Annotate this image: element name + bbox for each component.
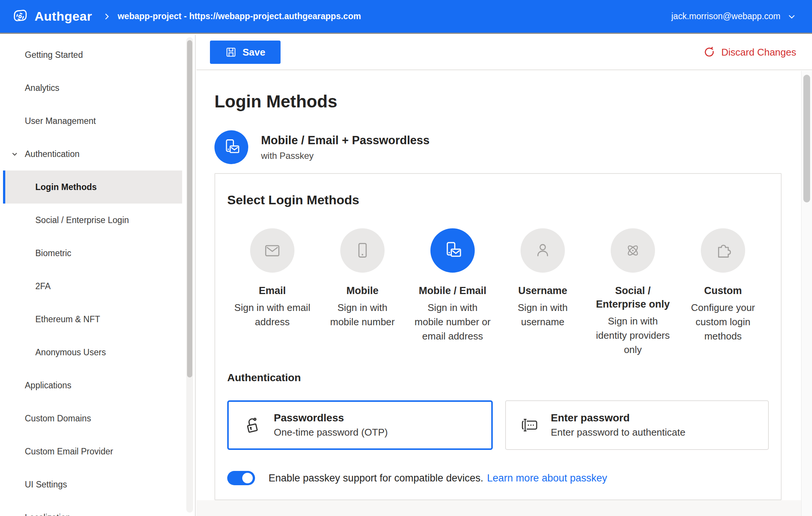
sidebar-item-custom-email-provider[interactable]: Custom Email Provider: [0, 435, 195, 468]
sidebar-item-label: Applications: [25, 380, 71, 391]
option-mobile-email[interactable]: Mobile / Email Sign in with mobile numbe…: [408, 228, 498, 357]
revert-icon: [703, 46, 715, 58]
sidebar-item-label: Login Methods: [35, 182, 97, 192]
toggle-knob: [242, 473, 253, 483]
identity-providers-icon: [611, 228, 655, 273]
discard-changes-button[interactable]: Discard Changes: [703, 46, 796, 58]
sidebar-item-localization[interactable]: Localization: [0, 501, 195, 516]
authgear-logo-icon: [11, 8, 29, 26]
option-mobile[interactable]: Mobile Sign in with mobile number: [317, 228, 408, 357]
option-label: Mobile / Email: [419, 284, 486, 297]
passkey-toggle-row: Enable passkey support for compatible de…: [227, 471, 769, 485]
sidebar-item-ui-settings[interactable]: UI Settings: [0, 468, 195, 501]
sidebar-item-login-methods[interactable]: Login Methods: [3, 170, 182, 204]
sidebar-scrollbar-track[interactable]: [186, 37, 193, 513]
option-label: Username: [518, 284, 567, 297]
discard-button-label: Discard Changes: [721, 47, 796, 58]
option-description: Sign in with username: [503, 300, 583, 329]
sidebar-item-anonymous-users[interactable]: Anonymous Users: [0, 336, 195, 369]
passkey-toggle[interactable]: [227, 471, 255, 485]
select-login-methods-heading: Select Login Methods: [227, 193, 769, 207]
sidebar-item-user-management[interactable]: User Management: [0, 104, 195, 137]
chevron-down-icon: [787, 12, 796, 21]
auth-option-title: Enter password: [551, 412, 685, 424]
option-description: Configure your custom login methods: [683, 300, 763, 343]
sidebar-item-label: UI Settings: [25, 480, 67, 490]
sidebar-item-2fa[interactable]: 2FA: [0, 270, 195, 303]
option-label: Social / Enterprise only: [593, 284, 673, 311]
option-description: Sign in with email address: [232, 300, 312, 329]
puzzle-icon: [701, 228, 745, 273]
auth-option-description: One-time password (OTP): [274, 427, 388, 438]
account-email: jack.morrison@webapp.com: [671, 11, 780, 21]
sidebar-item-authentication[interactable]: Authentication: [0, 137, 195, 170]
current-method-subtitle: with Passkey: [261, 151, 430, 161]
passwordless-option[interactable]: Passwordless One-time password (OTP): [227, 400, 493, 450]
sidebar-nav: Getting Started Analytics User Managemen…: [0, 35, 195, 516]
option-label: Email: [259, 284, 286, 297]
auth-option-text: Enter password Enter password to authent…: [551, 412, 685, 438]
sidebar-item-label: Custom Email Provider: [25, 447, 113, 457]
sidebar-item-label: Biometric: [35, 248, 71, 258]
option-social-enterprise[interactable]: Social / Enterprise only Sign in with id…: [588, 228, 678, 357]
sidebar-item-analytics[interactable]: Analytics: [0, 71, 195, 104]
option-custom[interactable]: Custom Configure your custom login metho…: [678, 228, 768, 357]
chevron-down-icon: [11, 150, 19, 158]
content-scroll-area: Login Methods Mobile / Email + Passwordl…: [196, 71, 801, 516]
option-description: Sign in with mobile number or email addr…: [412, 300, 493, 343]
sidebar-item-biometric[interactable]: Biometric: [0, 237, 195, 270]
sidebar-item-label: Social / Enterprise Login: [35, 215, 129, 225]
sidebar-item-applications[interactable]: Applications: [0, 369, 195, 402]
auth-option-title: Passwordless: [274, 412, 388, 424]
main-scrollbar-thumb[interactable]: [803, 75, 810, 202]
sidebar-item-getting-started[interactable]: Getting Started: [0, 38, 195, 71]
account-menu[interactable]: jack.morrison@webapp.com: [671, 11, 796, 21]
top-header: Authgear webapp-project - https://webapp…: [0, 0, 812, 34]
sidebar-item-ethereum-nft[interactable]: Ethereum & NFT: [0, 303, 195, 336]
option-email[interactable]: Email Sign in with email address: [227, 228, 317, 357]
save-button-label: Save: [243, 47, 266, 58]
brand-name: Authgear: [35, 9, 92, 24]
hero-text: Mobile / Email + Passwordless with Passk…: [261, 134, 430, 161]
sidebar-item-label: Localization: [25, 513, 70, 516]
project-breadcrumb[interactable]: webapp-project - https://webapp-project.…: [118, 11, 361, 21]
option-label: Custom: [704, 284, 742, 297]
authentication-heading: Authentication: [227, 372, 769, 384]
passkey-toggle-label: Enable passkey support for compatible de…: [269, 472, 483, 484]
sidebar-item-social-enterprise-login[interactable]: Social / Enterprise Login: [0, 204, 195, 237]
sidebar-item-label: Authentication: [25, 149, 80, 159]
unlocked-padlock-icon: [242, 415, 263, 435]
mobile-icon: [340, 228, 385, 273]
option-description: Sign in with identity providers only: [593, 314, 673, 357]
auth-option-text: Passwordless One-time password (OTP): [274, 412, 388, 438]
option-username[interactable]: Username Sign in with username: [498, 228, 588, 357]
username-icon: [521, 228, 565, 273]
main-area: Save Discard Changes Login Methods: [196, 35, 812, 516]
sidebar-item-label: User Management: [25, 116, 96, 126]
auth-option-description: Enter password to authenticate: [551, 427, 685, 438]
authgear-brand[interactable]: Authgear: [11, 8, 92, 26]
sidebar-item-label: Getting Started: [25, 50, 83, 60]
sidebar-item-custom-domains[interactable]: Custom Domains: [0, 402, 195, 435]
mobile-email-icon: [214, 130, 248, 164]
email-icon: [250, 228, 294, 273]
learn-more-passkey-link[interactable]: Learn more about passkey: [487, 472, 607, 484]
page-title: Login Methods: [214, 91, 782, 112]
mobile-email-icon: [430, 228, 475, 273]
sidebar-item-label: Ethereum & NFT: [35, 314, 100, 324]
authentication-options: Passwordless One-time password (OTP): [227, 400, 769, 450]
sidebar-item-label: Analytics: [25, 83, 59, 93]
save-button[interactable]: Save: [210, 41, 281, 64]
sidebar-scrollbar-thumb[interactable]: [187, 40, 192, 377]
login-methods-card: Select Login Methods Email Sign in with …: [214, 173, 782, 500]
option-description: Sign in with mobile number: [322, 300, 403, 329]
breadcrumb-chevron-icon: [103, 12, 112, 21]
login-method-options: Email Sign in with email address Mobile …: [227, 228, 769, 357]
current-method-title: Mobile / Email + Passwordless: [261, 134, 430, 147]
main-scrollbar-track[interactable]: [801, 71, 812, 516]
enter-password-option[interactable]: Enter password Enter password to authent…: [505, 400, 769, 450]
sidebar-item-label: Anonymous Users: [35, 347, 106, 358]
sidebar: Getting Started Analytics User Managemen…: [0, 35, 196, 516]
sidebar-item-label: Custom Domains: [25, 413, 91, 424]
content-background-tail: [196, 500, 801, 516]
